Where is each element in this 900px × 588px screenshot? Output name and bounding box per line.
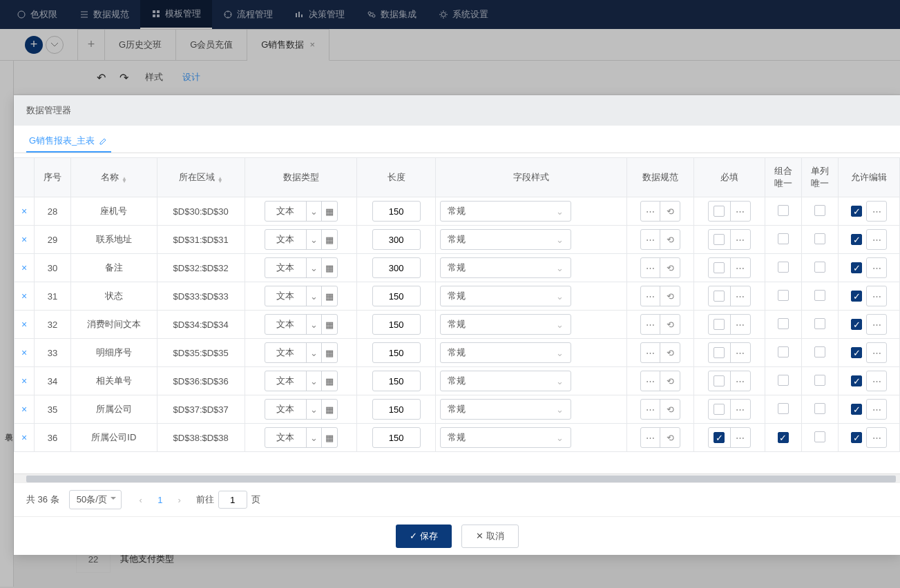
modal-overlay <box>0 0 900 94</box>
